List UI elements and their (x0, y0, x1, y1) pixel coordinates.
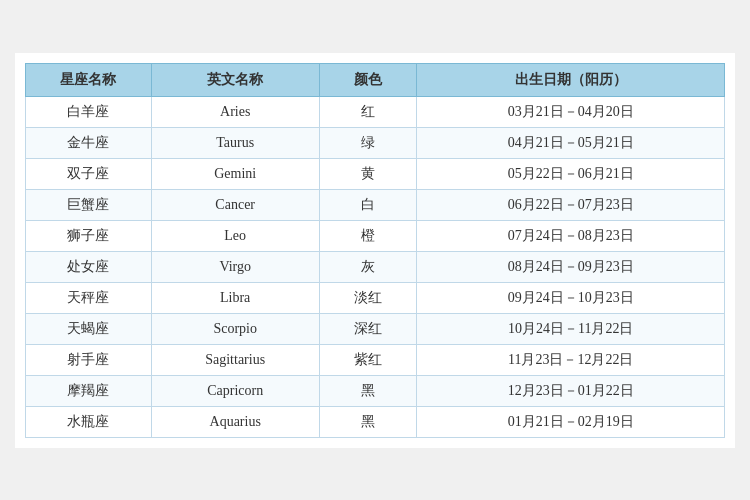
cell-color: 淡红 (319, 282, 417, 313)
cell-chinese: 天蝎座 (26, 313, 152, 344)
cell-english: Aries (151, 96, 319, 127)
header-color: 颜色 (319, 63, 417, 96)
cell-chinese: 水瓶座 (26, 406, 152, 437)
table-row: 射手座Sagittarius紫红11月23日－12月22日 (26, 344, 725, 375)
cell-date: 10月24日－11月22日 (417, 313, 725, 344)
cell-date: 06月22日－07月23日 (417, 189, 725, 220)
cell-color: 黑 (319, 406, 417, 437)
cell-chinese: 狮子座 (26, 220, 152, 251)
cell-color: 灰 (319, 251, 417, 282)
cell-chinese: 摩羯座 (26, 375, 152, 406)
cell-date: 05月22日－06月21日 (417, 158, 725, 189)
cell-date: 03月21日－04月20日 (417, 96, 725, 127)
cell-english: Leo (151, 220, 319, 251)
cell-chinese: 双子座 (26, 158, 152, 189)
table-row: 双子座Gemini黄05月22日－06月21日 (26, 158, 725, 189)
cell-date: 12月23日－01月22日 (417, 375, 725, 406)
table-row: 巨蟹座Cancer白06月22日－07月23日 (26, 189, 725, 220)
cell-english: Capricorn (151, 375, 319, 406)
cell-english: Aquarius (151, 406, 319, 437)
table-row: 金牛座Taurus绿04月21日－05月21日 (26, 127, 725, 158)
cell-date: 01月21日－02月19日 (417, 406, 725, 437)
cell-english: Sagittarius (151, 344, 319, 375)
table-row: 摩羯座Capricorn黑12月23日－01月22日 (26, 375, 725, 406)
cell-chinese: 巨蟹座 (26, 189, 152, 220)
cell-chinese: 处女座 (26, 251, 152, 282)
table-row: 处女座Virgo灰08月24日－09月23日 (26, 251, 725, 282)
cell-chinese: 射手座 (26, 344, 152, 375)
cell-date: 04月21日－05月21日 (417, 127, 725, 158)
cell-english: Taurus (151, 127, 319, 158)
cell-color: 白 (319, 189, 417, 220)
cell-color: 橙 (319, 220, 417, 251)
cell-color: 紫红 (319, 344, 417, 375)
cell-date: 07月24日－08月23日 (417, 220, 725, 251)
header-chinese: 星座名称 (26, 63, 152, 96)
table-row: 水瓶座Aquarius黑01月21日－02月19日 (26, 406, 725, 437)
cell-date: 09月24日－10月23日 (417, 282, 725, 313)
cell-color: 绿 (319, 127, 417, 158)
zodiac-table: 星座名称 英文名称 颜色 出生日期（阳历） 白羊座Aries红03月21日－04… (25, 63, 725, 438)
cell-date: 08月24日－09月23日 (417, 251, 725, 282)
cell-chinese: 金牛座 (26, 127, 152, 158)
cell-color: 黑 (319, 375, 417, 406)
cell-color: 黄 (319, 158, 417, 189)
table-row: 天蝎座Scorpio深红10月24日－11月22日 (26, 313, 725, 344)
table-row: 狮子座Leo橙07月24日－08月23日 (26, 220, 725, 251)
cell-color: 深红 (319, 313, 417, 344)
cell-chinese: 白羊座 (26, 96, 152, 127)
header-date: 出生日期（阳历） (417, 63, 725, 96)
table-row: 天秤座Libra淡红09月24日－10月23日 (26, 282, 725, 313)
header-english: 英文名称 (151, 63, 319, 96)
cell-english: Virgo (151, 251, 319, 282)
cell-date: 11月23日－12月22日 (417, 344, 725, 375)
cell-english: Gemini (151, 158, 319, 189)
table-row: 白羊座Aries红03月21日－04月20日 (26, 96, 725, 127)
main-container: 星座名称 英文名称 颜色 出生日期（阳历） 白羊座Aries红03月21日－04… (15, 53, 735, 448)
cell-chinese: 天秤座 (26, 282, 152, 313)
cell-english: Scorpio (151, 313, 319, 344)
table-header-row: 星座名称 英文名称 颜色 出生日期（阳历） (26, 63, 725, 96)
cell-english: Cancer (151, 189, 319, 220)
cell-english: Libra (151, 282, 319, 313)
table-body: 白羊座Aries红03月21日－04月20日金牛座Taurus绿04月21日－0… (26, 96, 725, 437)
cell-color: 红 (319, 96, 417, 127)
